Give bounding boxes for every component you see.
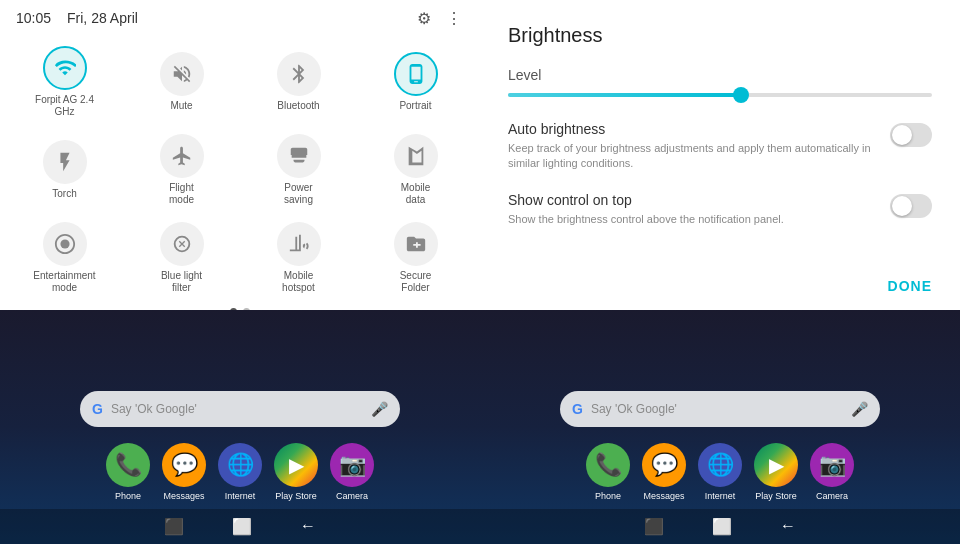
show-control-row: Show control on top Show the brightness … [508, 192, 932, 227]
search-bar-right[interactable]: G Say 'Ok Google' 🎤 [560, 391, 880, 427]
panel-time: 10:05 [16, 10, 51, 26]
qs-powersaving[interactable]: Powersaving [242, 128, 355, 212]
phone-label-right: Phone [595, 491, 621, 501]
internet-label-right: Internet [705, 491, 736, 501]
search-bar-left[interactable]: G Say 'Ok Google' 🎤 [80, 391, 400, 427]
app-camera-right[interactable]: 📷 Camera [810, 443, 854, 501]
show-control-desc: Show the brightness control above the no… [508, 212, 874, 227]
messages-icon-left: 💬 [162, 443, 206, 487]
app-dock-left: 📞 Phone 💬 Messages 🌐 Internet ▶ Play Sto… [106, 443, 374, 501]
playstore-icon-right: ▶ [754, 443, 798, 487]
level-slider[interactable] [508, 93, 932, 97]
app-camera-left[interactable]: 📷 Camera [330, 443, 374, 501]
show-control-title: Show control on top [508, 192, 874, 208]
app-internet-left[interactable]: 🌐 Internet [218, 443, 262, 501]
nav-recent-left[interactable]: ⬛ [164, 517, 184, 536]
nav-back-right[interactable]: ← [780, 517, 796, 536]
show-control-toggle[interactable] [890, 194, 932, 218]
qs-torch[interactable]: Torch [8, 128, 121, 212]
playstore-label-right: Play Store [755, 491, 797, 501]
qs-securefolder[interactable]: SecureFolder [359, 216, 472, 300]
qs-wifi-label: Forpit AG 2.4GHz [35, 94, 94, 118]
qs-flight[interactable]: Flightmode [125, 128, 238, 212]
nav-home-left[interactable]: ⬜ [232, 517, 252, 536]
qs-mobiledata[interactable]: Mobiledata [359, 128, 472, 212]
level-fill [508, 93, 741, 97]
panel-header-icons: ⚙ ⋮ [414, 8, 464, 28]
brightness-panel: Brightness Level Auto brightness Keep tr… [480, 0, 960, 310]
qs-mute[interactable]: Mute [125, 40, 238, 124]
nav-home-right[interactable]: ⬜ [712, 517, 732, 536]
app-messages-left[interactable]: 💬 Messages [162, 443, 206, 501]
camera-icon-right: 📷 [810, 443, 854, 487]
auto-brightness-text: Auto brightness Keep track of your brigh… [508, 121, 874, 172]
brightness-panel-title: Brightness [508, 24, 932, 47]
qs-torch-label: Torch [52, 188, 76, 200]
qs-portrait-label: Portrait [399, 100, 431, 112]
nav-bar-right: ⬛ ⬜ ← [480, 509, 960, 544]
notification-panel: 10:05 Fri, 28 April ⚙ ⋮ Forpit AG 2.4GHz [0, 0, 480, 310]
mic-icon-right[interactable]: 🎤 [851, 401, 868, 417]
panel-header: 10:05 Fri, 28 April ⚙ ⋮ [0, 0, 480, 32]
panel-date: Fri, 28 April [67, 10, 138, 26]
qs-mobiledata-label: Mobiledata [401, 182, 430, 206]
qs-hotspot-label: Mobilehotspot [282, 270, 315, 294]
qs-bluelight[interactable]: Blue lightfilter [125, 216, 238, 300]
qs-entertainment[interactable]: Entertainmentmode [8, 216, 121, 300]
camera-label-right: Camera [816, 491, 848, 501]
auto-brightness-knob [892, 125, 912, 145]
quick-settings-grid: Forpit AG 2.4GHz Mute Bluetooth Portrait [0, 32, 480, 304]
playstore-icon-left: ▶ [274, 443, 318, 487]
qs-mute-label: Mute [170, 100, 192, 112]
svg-point-0 [60, 239, 69, 248]
show-control-text: Show control on top Show the brightness … [508, 192, 874, 227]
left-half: 10:05 Fri, 28 April ⚙ ⋮ Forpit AG 2.4GHz [0, 0, 480, 544]
qs-entertainment-label: Entertainmentmode [33, 270, 95, 294]
app-phone-right[interactable]: 📞 Phone [586, 443, 630, 501]
qs-bluelight-label: Blue lightfilter [161, 270, 202, 294]
nav-recent-right[interactable]: ⬛ [644, 517, 664, 536]
auto-brightness-toggle[interactable] [890, 123, 932, 147]
messages-label-left: Messages [163, 491, 204, 501]
google-logo-right: G [572, 401, 583, 417]
show-control-knob [892, 196, 912, 216]
qs-securefolder-label: SecureFolder [400, 270, 432, 294]
app-phone-left[interactable]: 📞 Phone [106, 443, 150, 501]
qs-hotspot[interactable]: Mobilehotspot [242, 216, 355, 300]
done-row: DONE [508, 278, 932, 294]
google-logo-left: G [92, 401, 103, 417]
nav-back-left[interactable]: ← [300, 517, 316, 536]
app-playstore-left[interactable]: ▶ Play Store [274, 443, 318, 501]
qs-powersaving-label: Powersaving [284, 182, 313, 206]
app-messages-right[interactable]: 💬 Messages [642, 443, 686, 501]
camera-label-left: Camera [336, 491, 368, 501]
right-half: Brightness Level Auto brightness Keep tr… [480, 0, 960, 544]
home-screen-left: G Say 'Ok Google' 🎤 📞 Phone 💬 Messages 🌐… [0, 310, 480, 544]
app-internet-right[interactable]: 🌐 Internet [698, 443, 742, 501]
auto-brightness-row: Auto brightness Keep track of your brigh… [508, 121, 932, 172]
app-dock-right: 📞 Phone 💬 Messages 🌐 Internet ▶ Play Sto… [586, 443, 854, 501]
playstore-label-left: Play Store [275, 491, 317, 501]
mic-icon-left[interactable]: 🎤 [371, 401, 388, 417]
home-screen-right: G Say 'Ok Google' 🎤 📞 Phone 💬 Messages 🌐… [480, 310, 960, 544]
more-icon[interactable]: ⋮ [444, 8, 464, 28]
qs-bluetooth-label: Bluetooth [277, 100, 319, 112]
auto-brightness-title: Auto brightness [508, 121, 874, 137]
qs-bluetooth[interactable]: Bluetooth [242, 40, 355, 124]
level-thumb [733, 87, 749, 103]
auto-brightness-desc: Keep track of your brightness adjustment… [508, 141, 874, 172]
messages-label-right: Messages [643, 491, 684, 501]
app-playstore-right[interactable]: ▶ Play Store [754, 443, 798, 501]
search-placeholder-right: Say 'Ok Google' [591, 402, 843, 416]
phone-icon-left: 📞 [106, 443, 150, 487]
nav-bar-left: ⬛ ⬜ ← [0, 509, 480, 544]
phone-icon-right: 📞 [586, 443, 630, 487]
settings-icon[interactable]: ⚙ [414, 8, 434, 28]
done-button[interactable]: DONE [888, 278, 932, 294]
search-placeholder-left: Say 'Ok Google' [111, 402, 363, 416]
qs-wifi[interactable]: Forpit AG 2.4GHz [8, 40, 121, 124]
camera-icon-left: 📷 [330, 443, 374, 487]
internet-icon-right: 🌐 [698, 443, 742, 487]
qs-portrait[interactable]: Portrait [359, 40, 472, 124]
qs-flight-label: Flightmode [169, 182, 194, 206]
